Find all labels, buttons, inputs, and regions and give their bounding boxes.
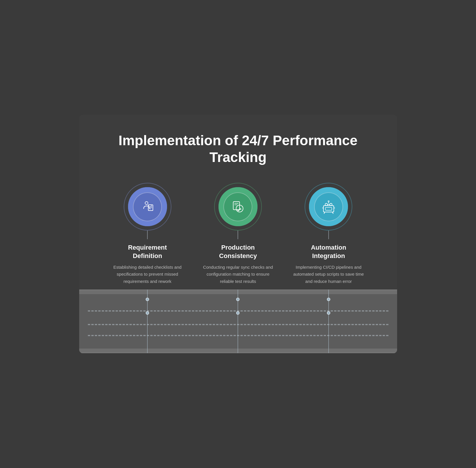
icon-bg-1 xyxy=(128,187,167,226)
icons-row: Requirement Definition Establishing deta… xyxy=(79,183,397,289)
road-dash-1 xyxy=(88,310,388,312)
pillar-automation: Automation Integration Implementing CI/C… xyxy=(288,183,369,289)
road-body xyxy=(79,294,397,349)
icon-bg-3 xyxy=(309,187,348,226)
pillar-desc-2: Conducting regular sync checks and confi… xyxy=(200,264,275,285)
clock-check-icon xyxy=(230,199,245,214)
icon-inner-1 xyxy=(133,192,162,221)
icon-inner-3 xyxy=(314,192,343,221)
svg-point-0 xyxy=(145,202,148,204)
text-block-1: Requirement Definition Establishing deta… xyxy=(107,239,188,289)
text-block-3: Automation Integration Implementing CI/C… xyxy=(288,239,369,289)
pillar-desc-3: Implementing CI/CD pipelines and automat… xyxy=(291,264,366,285)
pillar-stem-top-1 xyxy=(147,231,148,239)
pillar-title-3: Automation Integration xyxy=(291,244,366,260)
pillar-requirement: Requirement Definition Establishing deta… xyxy=(107,183,188,289)
icon-cluster-requirement xyxy=(124,183,171,231)
road-dash-2 xyxy=(88,324,388,325)
pillar-title-1: Requirement Definition xyxy=(110,244,185,260)
icon-bg-2 xyxy=(218,187,258,226)
main-container: Implementation of 24/7 Performance Track… xyxy=(79,115,397,353)
page-title: Implementation of 24/7 Performance Track… xyxy=(97,132,380,165)
svg-point-6 xyxy=(325,203,327,206)
pillar-stem-top-3 xyxy=(328,231,329,239)
svg-point-8 xyxy=(328,201,329,202)
road-dash-3 xyxy=(88,335,388,336)
icon-cluster-production xyxy=(214,183,262,231)
pillar-production: Production Consistency Conducting regula… xyxy=(197,183,278,289)
svg-rect-4 xyxy=(323,206,334,212)
icon-inner-2 xyxy=(223,192,252,221)
top-section: Implementation of 24/7 Performance Track… xyxy=(79,115,397,165)
text-block-2: Production Consistency Conducting regula… xyxy=(197,239,278,289)
pillar-desc-1: Establishing detailed checklists and spe… xyxy=(110,264,185,285)
pillar-title-2: Production Consistency xyxy=(200,244,275,260)
road-bottom-border xyxy=(79,349,397,353)
pillar-stem-top-2 xyxy=(238,231,238,239)
svg-rect-5 xyxy=(325,207,332,210)
icon-cluster-automation xyxy=(305,183,352,231)
road-section xyxy=(79,290,397,353)
road-top-border xyxy=(79,290,397,294)
robot-icon xyxy=(321,199,336,214)
svg-point-7 xyxy=(330,203,332,206)
checklist-icon xyxy=(140,200,155,214)
